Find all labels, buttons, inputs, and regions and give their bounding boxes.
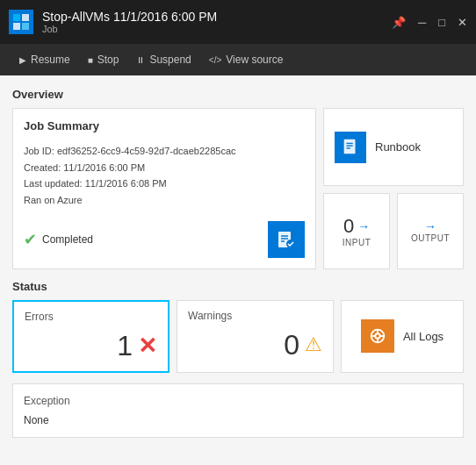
overview-section: Overview Job Summary Job ID: edf36252-6c… bbox=[12, 88, 464, 269]
error-x-icon: ✕ bbox=[138, 333, 157, 360]
runbook-icon bbox=[335, 132, 366, 163]
all-logs-card[interactable]: All Logs bbox=[341, 300, 464, 373]
job-summary-title: Job Summary bbox=[24, 119, 305, 132]
suspend-icon: ⏸ bbox=[136, 55, 145, 65]
minimize-button[interactable]: ─ bbox=[418, 16, 426, 29]
io-grid: 0 → INPUT → Output bbox=[323, 193, 464, 268]
app-icon bbox=[9, 10, 33, 34]
window-controls: 📌 ─ □ ✕ bbox=[392, 16, 467, 29]
exception-card: Exception None bbox=[12, 383, 464, 438]
input-arrow-icon: → bbox=[357, 219, 370, 233]
output-arrow-icon: → bbox=[424, 219, 436, 233]
warnings-card[interactable]: Warnings 0 ⚠ bbox=[177, 300, 334, 373]
all-logs-label: All Logs bbox=[403, 330, 444, 343]
completed-badge: ✔ Completed bbox=[24, 230, 93, 249]
titlebar: Stop-AllVMs 11/1/2016 6:00 PM Job 📌 ─ □ … bbox=[0, 0, 476, 44]
ran-on: Ran on Azure bbox=[24, 192, 305, 209]
output-card[interactable]: → Output bbox=[397, 193, 464, 268]
content-area: Overview Job Summary Job ID: edf36252-6c… bbox=[0, 75, 476, 465]
view-source-button[interactable]: </> View source bbox=[202, 50, 291, 69]
output-label: Output bbox=[411, 233, 450, 243]
warnings-count: 0 ⚠ bbox=[188, 329, 322, 361]
exception-title: Exception bbox=[24, 395, 452, 407]
created-date: Created: 11/1/2016 6:00 PM bbox=[24, 160, 305, 176]
output-value: → bbox=[424, 219, 436, 233]
checklist-icon bbox=[268, 221, 305, 258]
last-updated: Last updated: 11/1/2016 6:08 PM bbox=[24, 175, 305, 192]
job-id: Job ID: edf36252-6cc9-4c59-92d7-dcaeb228… bbox=[24, 143, 305, 160]
svg-rect-3 bbox=[22, 23, 29, 30]
resume-button[interactable]: ▶ Resume bbox=[12, 50, 77, 69]
runbook-card[interactable]: Runbook bbox=[323, 108, 464, 186]
warning-triangle-icon: ⚠ bbox=[305, 333, 322, 356]
stop-button[interactable]: ■ Stop bbox=[81, 50, 126, 69]
stop-icon: ■ bbox=[88, 55, 93, 65]
titlebar-text: Stop-AllVMs 11/1/2016 6:00 PM Job bbox=[42, 10, 392, 34]
status-grid: Errors 1 ✕ Warnings 0 ⚠ bbox=[12, 300, 464, 373]
status-label: Status bbox=[12, 280, 464, 293]
input-label: INPUT bbox=[343, 238, 371, 247]
errors-title: Errors bbox=[25, 311, 157, 323]
svg-rect-0 bbox=[13, 14, 20, 21]
errors-card[interactable]: Errors 1 ✕ bbox=[12, 300, 169, 373]
status-section: Status Errors 1 ✕ Warnings 0 ⚠ bbox=[12, 280, 464, 373]
suspend-button[interactable]: ⏸ Suspend bbox=[129, 50, 198, 69]
job-summary-footer: ✔ Completed bbox=[24, 221, 305, 258]
exception-value: None bbox=[24, 414, 452, 426]
window-title: Stop-AllVMs 11/1/2016 6:00 PM bbox=[42, 10, 392, 24]
checkmark-icon: ✔ bbox=[24, 230, 37, 249]
resume-icon: ▶ bbox=[19, 55, 26, 65]
maximize-button[interactable]: □ bbox=[438, 16, 445, 29]
window-subtitle: Job bbox=[42, 24, 392, 34]
overview-grid: Job Summary Job ID: edf36252-6cc9-4c59-9… bbox=[12, 108, 464, 269]
warnings-title: Warnings bbox=[188, 310, 322, 322]
code-icon: </> bbox=[209, 55, 221, 65]
input-card[interactable]: 0 → INPUT bbox=[323, 193, 390, 268]
svg-rect-2 bbox=[13, 23, 20, 30]
input-value: 0 → bbox=[343, 215, 370, 238]
status-label: Completed bbox=[42, 233, 93, 246]
main-window: Stop-AllVMs 11/1/2016 6:00 PM Job 📌 ─ □ … bbox=[0, 0, 476, 465]
errors-count: 1 ✕ bbox=[25, 330, 157, 362]
job-summary-details: Job ID: edf36252-6cc9-4c59-92d7-dcaeb228… bbox=[24, 143, 305, 209]
svg-rect-9 bbox=[344, 140, 356, 154]
job-summary-card: Job Summary Job ID: edf36252-6cc9-4c59-9… bbox=[12, 108, 316, 269]
svg-rect-1 bbox=[22, 14, 29, 21]
svg-point-14 bbox=[375, 334, 380, 340]
pin-button[interactable]: 📌 bbox=[392, 16, 406, 29]
close-button[interactable]: ✕ bbox=[458, 16, 467, 29]
overview-label: Overview bbox=[12, 88, 464, 101]
all-logs-icon bbox=[361, 319, 394, 353]
runbook-label: Runbook bbox=[375, 140, 421, 154]
toolbar: ▶ Resume ■ Stop ⏸ Suspend </> View sourc… bbox=[0, 44, 476, 75]
